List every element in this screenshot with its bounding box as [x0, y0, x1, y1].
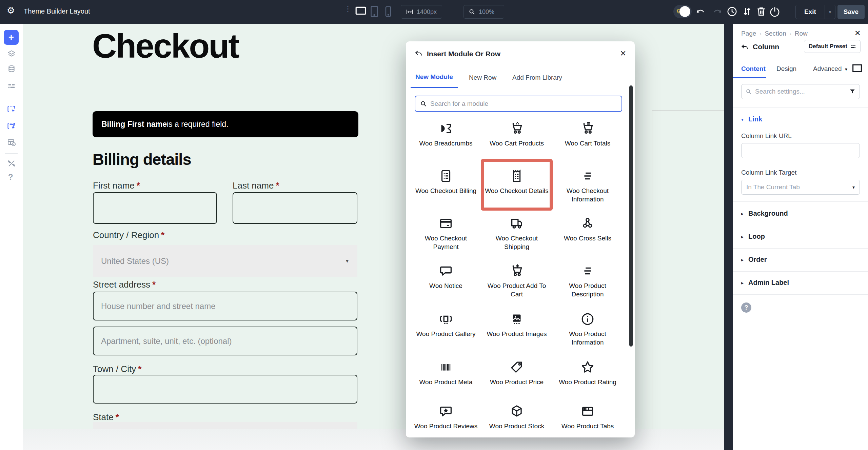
column-link-url-input[interactable] — [741, 143, 860, 158]
link-section-header[interactable]: ▾ Link — [741, 115, 762, 123]
breadcrumb[interactable]: Page› Section› Row — [741, 30, 808, 37]
module-tile[interactable]: Woo Product Price — [483, 359, 551, 386]
module-tile[interactable]: Woo Product Description — [554, 262, 622, 298]
module-tile[interactable]: Woo Product Information — [554, 311, 622, 347]
save-button[interactable]: Save — [837, 5, 865, 19]
help-icon[interactable]: ? — [741, 302, 751, 313]
desktop-view-icon[interactable] — [852, 64, 863, 73]
module-label: Woo Cross Sells — [554, 234, 622, 242]
database-icon[interactable] — [7, 64, 16, 74]
back-arrow-icon[interactable] — [741, 43, 749, 52]
tab-new-row[interactable]: New Row — [464, 67, 501, 88]
modal-scrollbar[interactable] — [629, 85, 633, 347]
panel-divider — [733, 201, 868, 202]
canvas-width-control[interactable]: 1400px — [401, 5, 442, 19]
builder-mode-toggle[interactable]: ⚙ — [673, 5, 692, 18]
list-view-icon[interactable] — [7, 81, 16, 91]
module-tile[interactable]: Woo Product Tabs — [554, 403, 622, 430]
exit-dropdown-caret[interactable]: ▾ — [825, 5, 835, 19]
module-label: Woo Product Price — [483, 378, 551, 386]
modal-tabs: New Module New Row Add From Library — [406, 67, 635, 88]
zoom-control[interactable]: 100% — [463, 5, 504, 19]
section-background[interactable]: ▸ Background — [741, 210, 788, 217]
module-tile[interactable]: Woo Cart Products — [483, 120, 551, 148]
undo-icon[interactable] — [696, 7, 706, 16]
last-name-input[interactable] — [233, 192, 357, 224]
module-tile[interactable]: Woo Product Gallery — [412, 311, 480, 338]
filter-funnel-icon[interactable] — [849, 89, 855, 95]
first-name-input[interactable] — [93, 192, 217, 224]
close-icon[interactable]: × — [854, 28, 861, 38]
module-search-input[interactable] — [430, 100, 617, 107]
module-tile[interactable]: Woo Product Stock — [483, 403, 551, 430]
module-tile[interactable]: Woo Product Add To Cart — [483, 262, 551, 298]
tablet-view-button[interactable] — [370, 5, 379, 18]
module-tile[interactable]: Woo Checkout Information — [554, 168, 622, 203]
breadcrumb-section[interactable]: Section — [765, 30, 786, 37]
truck-icon — [483, 215, 551, 232]
help-icon[interactable]: ? — [8, 172, 13, 182]
breadcrumb-page[interactable]: Page — [741, 30, 756, 37]
module-tile[interactable]: Woo Checkout Details — [483, 168, 551, 195]
module-tile[interactable]: Woo Product Meta — [412, 359, 480, 386]
trash-icon[interactable] — [755, 6, 767, 17]
app-window: ⚙ Theme Builder Layout ⋮ 1400px 100% ⚙ — [0, 0, 868, 450]
module-tile[interactable]: Woo Product Rating — [554, 359, 622, 386]
validation-notice: Billing First name is a required field. — [93, 111, 358, 137]
table-visibility-icon[interactable] — [7, 138, 16, 147]
more-options-icon[interactable]: ⋮ — [344, 7, 348, 10]
module-tile[interactable]: Woo Checkout Shipping — [483, 215, 551, 251]
canvas-width-value: 1400px — [417, 8, 437, 16]
sidebar-divider — [5, 153, 18, 154]
street-address-input[interactable]: House number and street name — [93, 292, 357, 320]
portability-power-icon[interactable] — [769, 6, 781, 17]
back-arrow-icon[interactable] — [414, 50, 423, 58]
tab-new-module[interactable]: New Module — [411, 67, 458, 88]
settings-search-input[interactable] — [755, 88, 846, 95]
gallery-icon — [412, 311, 480, 328]
billing-document-icon — [412, 168, 480, 184]
history-clock-icon[interactable] — [726, 6, 738, 17]
desktop-view-button[interactable] — [355, 6, 367, 17]
layers-icon[interactable] — [7, 49, 16, 59]
default-preset-button[interactable]: Default Preset — [804, 40, 861, 53]
zoom-value: 100% — [479, 8, 494, 16]
section-admin-label[interactable]: ▸ Admin Label — [741, 279, 789, 287]
module-tile[interactable]: Woo Product Reviews — [412, 403, 480, 430]
column-link-target-label: Column Link Target — [741, 169, 796, 176]
module-tile[interactable]: Woo Notice — [412, 262, 480, 290]
module-tile[interactable]: Woo Cross Sells — [554, 215, 622, 242]
settings-gear-icon[interactable]: ⚙ — [7, 6, 15, 15]
width-arrows-icon — [406, 9, 413, 15]
redo-icon[interactable] — [712, 7, 722, 16]
section-loop[interactable]: ▸ Loop — [741, 233, 765, 240]
module-tile[interactable]: Woo Cart Totals — [554, 120, 622, 148]
state-select[interactable] — [93, 422, 357, 429]
module-tile[interactable]: Woo Checkout Payment — [412, 215, 480, 251]
close-icon[interactable]: × — [620, 48, 626, 58]
column-link-target-select[interactable]: In The Current Tab ▾ — [741, 180, 860, 195]
phone-view-button[interactable] — [384, 6, 392, 17]
module-tile[interactable]: Woo Breadcrumbs — [412, 120, 480, 148]
add-module-button[interactable]: + — [4, 30, 19, 45]
tools-wrench-icon[interactable] — [7, 159, 16, 168]
breadcrumb-row[interactable]: Row — [795, 30, 808, 37]
tab-design[interactable]: Design — [776, 65, 796, 73]
sort-arrows-icon[interactable] — [741, 6, 753, 17]
town-city-input[interactable] — [93, 375, 357, 404]
tab-advanced[interactable]: Advanced — [813, 65, 842, 73]
street-address2-input[interactable]: Apartment, suite, unit, etc. (optional) — [93, 327, 357, 355]
insert-column-icon[interactable] — [7, 121, 16, 131]
module-tile[interactable]: Woo Product Images — [483, 311, 551, 338]
exit-button[interactable]: Exit — [796, 5, 825, 19]
insert-row-icon[interactable] — [7, 104, 16, 114]
section-title: Link — [748, 115, 762, 123]
module-tile[interactable]: Woo Checkout Billing — [412, 168, 480, 195]
tab-content[interactable]: Content — [741, 65, 766, 73]
layout-title: Theme Builder Layout — [24, 7, 90, 15]
tabs-dropdown-caret[interactable]: ▾ — [845, 66, 847, 72]
section-order[interactable]: ▸ Order — [741, 256, 767, 263]
order-review-column[interactable] — [652, 110, 724, 450]
tab-add-from-library[interactable]: Add From Library — [508, 67, 567, 88]
country-select[interactable]: United States (US) ▾ — [93, 245, 357, 277]
